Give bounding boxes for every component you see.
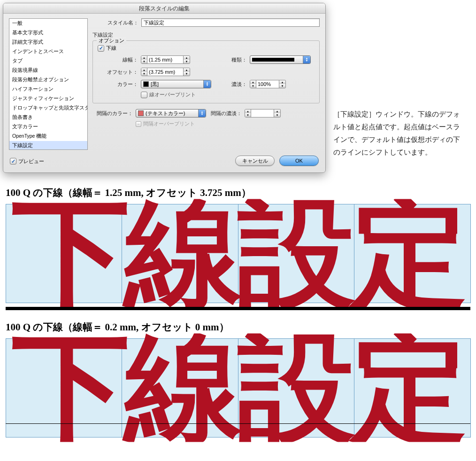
chevron-down-icon[interactable]: ▼ — [141, 72, 147, 76]
section-title: 下線設定 — [92, 31, 320, 39]
gap-color-swatch-icon — [138, 110, 144, 116]
gap-tint-input[interactable] — [251, 109, 274, 117]
offset-input[interactable] — [147, 68, 184, 76]
sidebar-item[interactable]: ドロップキャップと先頭文字スタイル — [9, 103, 87, 113]
chevron-up-icon[interactable]: ▲ — [184, 56, 190, 60]
gap-tint-label: 間隔の濃淡： — [209, 110, 242, 117]
paragraph-style-dialog: 段落スタイルの編集 一般基本文字形式詳細文字形式インデントとスペースタブ段落境界… — [3, 3, 326, 173]
weight-stepper[interactable]: ▲▼ ▲▼ — [141, 55, 211, 64]
category-sidebar[interactable]: 一般基本文字形式詳細文字形式インデントとスペースタブ段落境界線段落分離禁止オプシ… — [9, 18, 88, 150]
sidebar-item[interactable]: インデントとスペース — [9, 47, 87, 56]
underline-checkbox[interactable] — [98, 45, 104, 52]
offset-stepper[interactable]: ▲▼ ▲▼ — [141, 68, 211, 76]
sample-preview: 下線設定 — [6, 338, 470, 442]
sample-underline — [6, 307, 470, 310]
example-title: 100 Q の下線（線幅＝ 1.25 mm, オフセット 3.725 mm） — [6, 186, 473, 199]
gap-overprint-label: 間隔オーバープリント — [143, 120, 195, 127]
chevron-up-icon[interactable]: ▲ — [245, 109, 251, 113]
tint-input[interactable] — [256, 80, 279, 88]
sidebar-item[interactable]: ハイフネーション — [9, 85, 87, 94]
chevron-up-icon[interactable]: ▲ — [141, 56, 147, 60]
chevron-up-icon[interactable]: ▲ — [250, 80, 256, 84]
offset-label: オフセット： — [98, 69, 138, 76]
sidebar-item[interactable]: 文字カラー — [9, 122, 87, 132]
preview-checkbox[interactable] — [10, 158, 16, 164]
chevron-down-icon[interactable]: ▼ — [245, 113, 251, 117]
chevron-up-icon[interactable]: ▲ — [279, 80, 285, 84]
gap-color-value: (テキストカラー) — [146, 110, 185, 117]
underline-checkbox-label: 下線 — [106, 45, 116, 52]
style-name-input[interactable] — [141, 18, 320, 27]
chevron-up-icon[interactable]: ▲ — [184, 68, 190, 72]
color-swatch-icon — [143, 81, 149, 87]
sample-glyphs: 下線設定 — [0, 334, 476, 442]
chevron-up-icon[interactable]: ▲ — [274, 109, 280, 113]
line-type-swatch — [252, 58, 294, 62]
overprint-label: 線オーバープリント — [149, 91, 196, 98]
sidebar-item[interactable]: ジャスティフィケーション — [9, 94, 87, 103]
preview-label: プレビュー — [18, 158, 44, 165]
gap-tint-stepper[interactable]: ▲▼ ▲▼ — [245, 109, 306, 117]
tint-label: 濃淡： — [214, 81, 247, 88]
sidebar-item[interactable]: 下線設定 — [9, 141, 87, 150]
overprint-checkbox[interactable] — [141, 92, 147, 98]
cancel-button[interactable]: キャンセル — [235, 156, 275, 166]
chevron-down-icon[interactable]: ▼ — [250, 84, 256, 88]
sidebar-item[interactable]: 箇条書き — [9, 113, 87, 122]
style-name-label: スタイル名： — [92, 19, 141, 26]
sidebar-item[interactable]: タブ — [9, 56, 87, 66]
dialog-title: 段落スタイルの編集 — [3, 3, 325, 14]
sidebar-item[interactable]: 段落分離禁止オプション — [9, 75, 87, 85]
gap-overprint-checkbox: − — [136, 121, 141, 127]
options-fieldset: オプション 下線 線幅： ▲▼ ▲▼ 種類： — [92, 40, 320, 103]
weight-input[interactable] — [147, 55, 184, 64]
type-label: 種類： — [214, 56, 247, 63]
ok-button[interactable]: OK — [279, 156, 319, 166]
chevron-up-icon[interactable]: ▲ — [141, 68, 147, 72]
sidebar-item[interactable]: OpenType 機能 — [9, 132, 87, 141]
tint-stepper[interactable]: ▲▼ ▲▼ — [250, 80, 311, 88]
options-legend: オプション — [97, 37, 126, 44]
gap-color-label: 間隔のカラー： — [92, 110, 133, 117]
sample-glyphs: 下線設定 — [0, 199, 476, 308]
figure-caption: ［下線設定］ウィンドウ。下線のデフォルト値と起点値です。起点値はベースラインで、… — [333, 3, 465, 159]
sidebar-item[interactable]: 一般 — [9, 19, 87, 28]
weight-label: 線幅： — [98, 56, 138, 63]
chevron-down-icon[interactable]: ▼ — [141, 60, 147, 63]
example-title: 100 Q の下線（線幅＝ 0.2 mm, オフセット 0 mm） — [6, 320, 473, 334]
type-combo[interactable]: ▲▼ — [250, 55, 311, 64]
chevron-down-icon[interactable]: ▼ — [184, 72, 190, 76]
sidebar-item[interactable]: 詳細文字形式 — [9, 38, 87, 47]
chevron-down-icon[interactable]: ▼ — [274, 113, 280, 117]
color-combo[interactable]: [黒] ▲▼ — [141, 80, 211, 88]
color-label: カラー： — [98, 81, 138, 88]
sidebar-item[interactable]: 段落境界線 — [9, 66, 87, 75]
chevron-down-icon[interactable]: ▼ — [279, 84, 285, 88]
color-value: [黒] — [151, 81, 159, 88]
chevron-down-icon[interactable]: ▼ — [184, 60, 190, 63]
sample-underline — [6, 423, 470, 424]
sidebar-item[interactable]: 基本文字形式 — [9, 28, 87, 38]
gap-color-combo[interactable]: (テキストカラー) ▲▼ — [136, 109, 206, 117]
sample-preview: 下線設定 — [6, 204, 470, 307]
